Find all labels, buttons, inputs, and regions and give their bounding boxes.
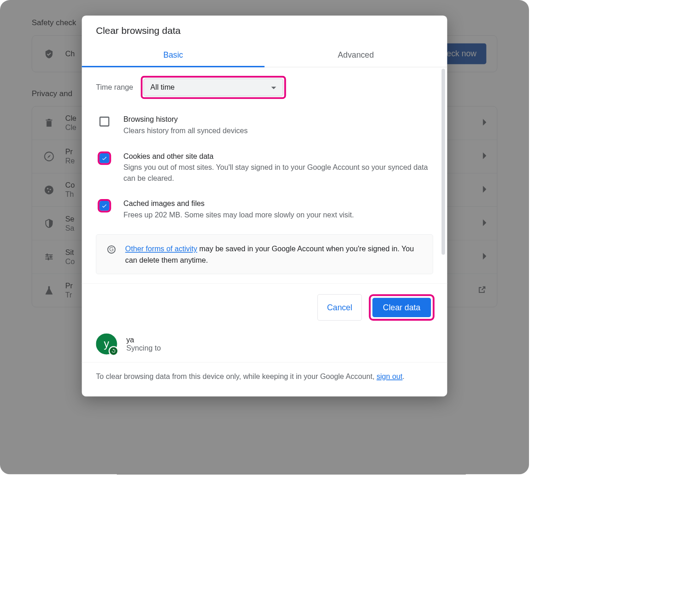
- cancel-button[interactable]: Cancel: [317, 294, 362, 321]
- option-checkbox[interactable]: [99, 117, 109, 127]
- option-title: Browsing history: [124, 115, 433, 124]
- avatar: y: [96, 333, 117, 354]
- time-range-value: All time: [150, 83, 174, 92]
- option-description: Frees up 202 MB. Some sites may load mor…: [124, 209, 433, 220]
- option-checkbox[interactable]: [99, 153, 109, 163]
- clear-data-button[interactable]: Clear data: [372, 298, 431, 317]
- clear-data-highlight: Clear data: [369, 294, 434, 321]
- account-sync-row: y ya Syncing to: [82, 327, 447, 363]
- google-g-icon: G: [106, 243, 117, 265]
- svg-text:G: G: [109, 246, 114, 253]
- dialog-actions: Cancel Clear data: [82, 283, 447, 327]
- clear-browsing-data-dialog: Clear browsing data Basic Advanced Time …: [82, 16, 447, 396]
- footnote: To clear browsing data from this device …: [82, 362, 447, 396]
- clear-option: Browsing historyClears history from all …: [96, 109, 433, 146]
- clear-options-list: Browsing historyClears history from all …: [96, 109, 433, 230]
- google-activity-info: G Other forms of activity may be saved i…: [96, 234, 433, 274]
- dialog-tabs: Basic Advanced: [82, 44, 447, 67]
- option-title: Cookies and other site data: [124, 151, 433, 160]
- time-range-highlight: All time: [141, 76, 286, 99]
- time-range-label: Time range: [96, 83, 133, 92]
- other-activity-link[interactable]: Other forms of activity: [125, 244, 197, 253]
- sync-badge-icon: [109, 346, 119, 356]
- user-name: ya: [126, 335, 161, 344]
- sign-out-link[interactable]: sign out: [376, 372, 403, 380]
- chevron-down-icon: [271, 83, 277, 92]
- option-checkbox[interactable]: [99, 201, 109, 211]
- tab-basic[interactable]: Basic: [82, 44, 265, 67]
- clear-option: Cookies and other site dataSigns you out…: [96, 146, 433, 194]
- tab-advanced[interactable]: Advanced: [265, 44, 447, 67]
- option-description: Signs you out of most sites. You'll stay…: [124, 162, 433, 184]
- option-title: Cached images and files: [124, 199, 433, 207]
- time-range-select[interactable]: All time: [144, 79, 284, 97]
- dialog-title: Clear browsing data: [82, 16, 447, 36]
- option-description: Clears history from all synced devices: [124, 125, 433, 136]
- dialog-scrollbar[interactable]: [442, 69, 445, 274]
- clear-option: Cached images and filesFrees up 202 MB. …: [96, 194, 433, 230]
- sync-status: Syncing to: [126, 344, 161, 352]
